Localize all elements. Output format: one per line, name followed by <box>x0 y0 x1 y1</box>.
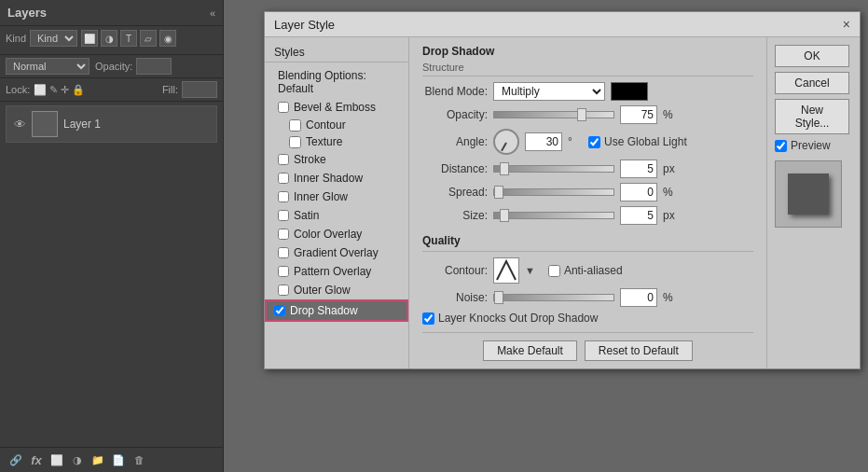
style-inner-shadow[interactable]: Inner Shadow <box>265 169 408 187</box>
mask-icon[interactable]: ⬜ <box>48 451 65 468</box>
pattern-overlay-label: Pattern Overlay <box>294 265 371 278</box>
angle-num-input[interactable] <box>525 132 562 151</box>
inner-glow-checkbox[interactable] <box>278 191 289 202</box>
style-pattern-overlay[interactable]: Pattern Overlay <box>265 262 408 281</box>
new-style-button[interactable]: New Style... <box>775 99 849 134</box>
quality-section: Quality Contour: ▼ Anti-aliased <box>422 234 753 361</box>
inner-shadow-checkbox[interactable] <box>278 173 289 184</box>
preview-label[interactable]: Preview <box>775 139 852 152</box>
collapse-icon[interactable]: « <box>210 7 215 19</box>
bevel-emboss-checkbox[interactable] <box>278 102 289 113</box>
new-layer-icon[interactable]: 📄 <box>110 451 127 468</box>
style-contour[interactable]: Contour <box>265 117 408 133</box>
anti-aliased-label[interactable]: Anti-aliased <box>548 264 623 277</box>
size-unit: px <box>663 209 678 222</box>
make-default-button[interactable]: Make Default <box>483 340 577 361</box>
style-blending-options[interactable]: Blending Options: Default <box>265 66 408 98</box>
contour-form-label: Contour: <box>422 264 488 277</box>
adjustment-filter-icon[interactable]: ◑ <box>101 30 117 47</box>
color-overlay-checkbox[interactable] <box>278 229 289 240</box>
size-slider[interactable] <box>493 212 614 219</box>
layers-header: Layers « <box>0 0 223 26</box>
type-filter-icon[interactable]: T <box>120 30 137 47</box>
delete-icon[interactable]: 🗑 <box>131 451 147 468</box>
opacity-input[interactable]: 100% <box>136 58 172 75</box>
style-color-overlay[interactable]: Color Overlay <box>265 225 408 243</box>
bevel-emboss-label: Bevel & Emboss <box>294 101 376 114</box>
blend-row: Normal Opacity: 100% <box>0 55 223 78</box>
pixel-filter-icon[interactable]: ⬜ <box>81 30 98 47</box>
lock-label: Lock: <box>6 84 30 95</box>
use-global-light-label[interactable]: Use Global Light <box>588 135 687 148</box>
contour-picker[interactable] <box>493 257 519 284</box>
dialog-titlebar: Layer Style × <box>265 12 860 37</box>
opacity-form-row: Opacity: % <box>422 105 753 124</box>
shadow-color-box[interactable] <box>611 82 648 101</box>
blend-mode-select[interactable]: Normal <box>6 58 90 75</box>
preview-square <box>788 174 829 215</box>
contour-label: Contour <box>306 118 346 132</box>
styles-list-header: Styles <box>265 43 408 62</box>
group-icon[interactable]: 📁 <box>90 451 106 468</box>
smart-filter-icon[interactable]: ◉ <box>159 30 176 47</box>
dialog-body: Styles Blending Options: Default Bevel &… <box>265 37 860 368</box>
gradient-overlay-checkbox[interactable] <box>278 247 289 258</box>
blend-mode-dropdown[interactable]: Multiply Normal Screen <box>493 82 605 101</box>
preview-checkbox[interactable] <box>775 140 787 152</box>
noise-num-input[interactable] <box>620 288 657 307</box>
shape-filter-icon[interactable]: ▱ <box>140 30 157 47</box>
lock-move-icon[interactable]: ✛ <box>61 84 69 96</box>
style-stroke[interactable]: Stroke <box>265 150 408 169</box>
style-gradient-overlay[interactable]: Gradient Overlay <box>265 243 408 262</box>
distance-form-row: Distance: px <box>422 160 753 178</box>
drop-shadow-checkbox[interactable] <box>274 305 285 316</box>
satin-label: Satin <box>294 209 319 222</box>
spread-slider[interactable] <box>493 188 614 196</box>
right-panel: OK Cancel New Style... Preview <box>766 37 860 368</box>
anti-aliased-checkbox[interactable] <box>548 265 560 277</box>
contour-checkbox[interactable] <box>289 119 301 132</box>
opacity-slider[interactable] <box>493 111 614 118</box>
fx-icon[interactable]: fx <box>28 451 45 468</box>
spread-num-input[interactable] <box>620 183 657 201</box>
satin-checkbox[interactable] <box>278 210 289 221</box>
cancel-button[interactable]: Cancel <box>775 72 849 94</box>
style-outer-glow[interactable]: Outer Glow <box>265 281 408 299</box>
use-global-light-checkbox[interactable] <box>588 136 600 148</box>
kind-select[interactable]: Kind <box>30 30 77 47</box>
opacity-label: Opacity: <box>95 61 132 72</box>
style-inner-glow[interactable]: Inner Glow <box>265 187 408 206</box>
visibility-icon[interactable]: 👁 <box>14 118 26 132</box>
opacity-num-input[interactable] <box>620 105 657 124</box>
spread-form-row: Spread: % <box>422 183 753 201</box>
style-texture[interactable]: Texture <box>265 133 408 150</box>
contour-form-row: Contour: ▼ Anti-aliased <box>422 257 753 284</box>
texture-checkbox[interactable] <box>289 136 301 148</box>
stroke-checkbox[interactable] <box>278 154 289 165</box>
link-icon[interactable]: 🔗 <box>7 451 24 468</box>
lock-pixel-icon[interactable]: ⬜ <box>34 84 47 96</box>
lock-position-icon[interactable]: ✎ <box>49 84 58 96</box>
lock-all-icon[interactable]: 🔒 <box>72 84 85 96</box>
style-satin[interactable]: Satin <box>265 206 408 225</box>
distance-num-input[interactable] <box>620 160 657 178</box>
dialog-close-button[interactable]: × <box>843 17 850 32</box>
adjustment-icon[interactable]: ◑ <box>69 451 86 468</box>
noise-slider[interactable] <box>493 294 614 301</box>
distance-slider[interactable] <box>493 165 614 173</box>
layer-knocks-label[interactable]: Layer Knocks Out Drop Shadow <box>422 312 598 325</box>
angle-dial[interactable] <box>493 129 519 155</box>
pattern-overlay-checkbox[interactable] <box>278 266 289 277</box>
ok-button[interactable]: OK <box>775 45 849 67</box>
contour-dropdown-arrow[interactable]: ▼ <box>525 265 535 276</box>
reset-to-default-button[interactable]: Reset to Default <box>585 340 693 361</box>
size-num-input[interactable] <box>620 206 657 225</box>
outer-glow-checkbox[interactable] <box>278 285 289 296</box>
style-drop-shadow[interactable]: Drop Shadow <box>265 299 408 322</box>
kind-label: Kind <box>6 33 26 44</box>
preview-text: Preview <box>791 139 831 152</box>
fill-input[interactable]: 100% <box>182 81 217 98</box>
style-bevel-emboss[interactable]: Bevel & Emboss <box>265 98 408 117</box>
outer-glow-label: Outer Glow <box>294 284 351 297</box>
layer-knocks-checkbox[interactable] <box>422 312 434 325</box>
